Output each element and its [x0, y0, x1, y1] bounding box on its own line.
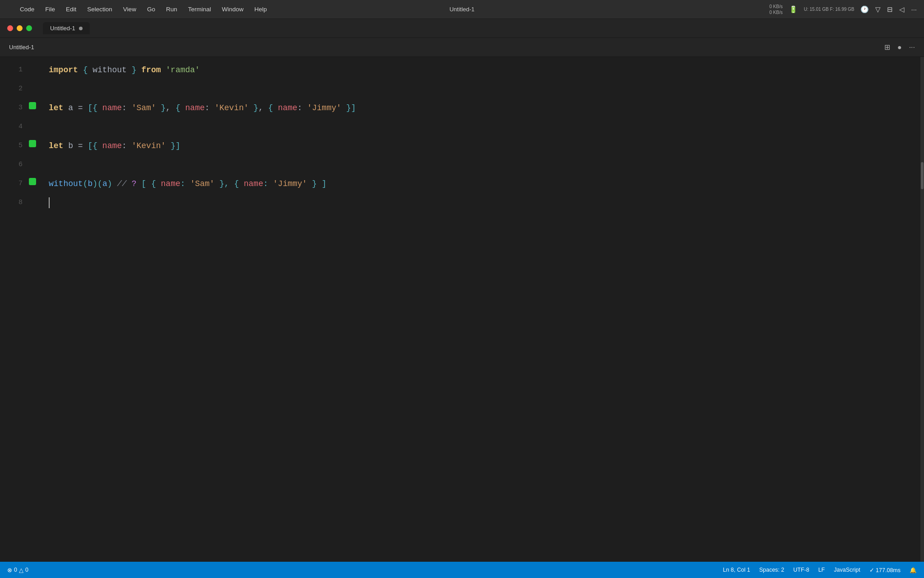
storage-stats: U: 15.01 GB F: 16.99 GB — [804, 6, 855, 12]
token-b-arg: b — [88, 174, 92, 193]
breakpoint-line-3[interactable] — [29, 102, 36, 109]
token-sam: 'Sam' — [132, 98, 156, 117]
token-question: ? — [132, 174, 137, 193]
token-arr-open-a: [ — [88, 98, 92, 117]
token-result-close1: }, — [214, 174, 234, 193]
token-colon-a3: : — [297, 98, 307, 117]
menu-edit[interactable]: Edit — [61, 5, 81, 14]
token-a-decl: a = — [63, 98, 88, 117]
token-obj-open-a3: { — [268, 98, 273, 117]
token-space3 — [136, 61, 141, 79]
editor-more-icon[interactable]: ··· — [909, 43, 915, 51]
token-result-close2: } ] — [307, 174, 327, 193]
code-line-5: let b = [ { name : 'Kevin' } ] — [49, 136, 915, 155]
notification-icon: ◁ — [899, 5, 905, 14]
token-obj-open-b1: { — [92, 136, 97, 155]
token-empty6 — [49, 155, 54, 174]
scrollbar-thumb[interactable] — [921, 162, 924, 189]
more-icon[interactable]: ··· — [911, 5, 917, 13]
token-obj-open-a1: { — [92, 98, 97, 117]
token-result-brace2: { — [234, 174, 244, 193]
token-space2: without — [88, 61, 131, 79]
code-line-3: let a = [ { name : 'Sam' } , { name : ' — [49, 98, 915, 117]
token-let-b: let — [49, 136, 63, 155]
clock-icon: 🕐 — [860, 5, 869, 14]
code-line-8 — [49, 193, 915, 212]
token-key-name-a3: name — [278, 98, 297, 117]
breakpoint-line-5[interactable] — [29, 140, 36, 147]
close-button[interactable] — [7, 25, 13, 31]
spaces-indicator[interactable]: Spaces: 2 — [759, 567, 785, 573]
menu-bar: Code File Edit Selection View Go Run Ter… — [15, 5, 769, 14]
menu-window[interactable]: Window — [217, 5, 248, 14]
editor-header-actions: ⊞ ● ··· — [884, 43, 915, 51]
notification-bell-icon[interactable]: 🔔 — [910, 567, 917, 573]
token-brace-close1: } — [132, 61, 137, 79]
titlebar: Code File Edit Selection View Go Run Ter… — [0, 0, 924, 19]
token-space-a4 — [249, 98, 254, 117]
token-space1 — [78, 61, 83, 79]
token-space-b2 — [166, 136, 171, 155]
token-from: from — [141, 61, 161, 79]
token-obj-close-a2: } — [254, 98, 259, 117]
token-arr-open-b: [ — [88, 136, 92, 155]
traffic-lights — [7, 25, 32, 31]
split-editor-icon[interactable]: ⊞ — [884, 43, 890, 51]
minimize-button[interactable] — [17, 25, 23, 31]
menu-help[interactable]: Help — [250, 5, 272, 14]
language-indicator[interactable]: JavaScript — [834, 567, 860, 573]
token-key-name-b1: name — [102, 136, 122, 155]
token-result-colon1: : — [180, 174, 190, 193]
token-space-a3 — [180, 98, 185, 117]
perf-indicator: ✓ 177.08ms — [869, 567, 901, 573]
titlebar-right: 0 KB/s 0 KB/s 🔋 U: 15.01 GB F: 16.99 GB … — [769, 4, 917, 15]
token-paren-open1: ( — [83, 174, 88, 193]
menu-terminal[interactable]: Terminal — [184, 5, 216, 14]
code-content[interactable]: import { without } from 'ramda' le — [40, 61, 924, 578]
token-key-name-a2: name — [185, 98, 205, 117]
menu-code[interactable]: Code — [15, 5, 39, 14]
token-comment-slashes: // — [117, 174, 131, 193]
line-numbers: 1 2 3 4 5 6 7 8 — [0, 61, 27, 578]
line-num-8: 8 — [9, 193, 23, 212]
token-a-arg: a — [102, 174, 107, 193]
wifi-icon: ▽ — [875, 5, 881, 14]
network-down: 0 KB/s — [769, 9, 782, 15]
token-space-a1 — [97, 98, 102, 117]
encoding-indicator[interactable]: UTF-8 — [793, 567, 809, 573]
tab-modified-dot — [79, 27, 83, 30]
editor-header: Untitled-1 ⊞ ● ··· — [0, 38, 924, 57]
token-colon-a1: : — [122, 98, 132, 117]
editor-body[interactable]: 1 2 3 4 5 6 7 8 import — [0, 57, 924, 578]
editor-tab[interactable]: Untitled-1 — [43, 22, 90, 34]
line-num-7: 7 — [9, 174, 23, 193]
token-obj-close-a3: } — [346, 98, 351, 117]
app-window: Code File Edit Selection View Go Run Ter… — [0, 0, 924, 578]
editor-dot-icon: ● — [897, 43, 902, 51]
token-result-brace1: { — [151, 174, 161, 193]
menu-selection[interactable]: Selection — [83, 5, 117, 14]
warning-number: 0 — [25, 567, 28, 573]
line-col-indicator[interactable]: Ln 8, Col 1 — [723, 567, 750, 573]
menu-go[interactable]: Go — [143, 5, 160, 14]
token-result-key1: name — [161, 174, 180, 193]
menu-view[interactable]: View — [119, 5, 141, 14]
menu-file[interactable]: File — [41, 5, 60, 14]
error-count[interactable]: ⊗ 0 △ 0 — [7, 567, 28, 573]
breakpoint-line-7[interactable] — [29, 178, 36, 185]
network-stats: 0 KB/s 0 KB/s — [769, 4, 782, 15]
token-result-jimmy: 'Jimmy' — [273, 174, 307, 193]
token-key-name-a1: name — [102, 98, 122, 117]
token-comma-a1: , — [166, 98, 176, 117]
code-line-7: without ( b ) ( a ) // ? [ { name : 'Sam… — [49, 174, 915, 193]
menu-run[interactable]: Run — [162, 5, 182, 14]
line-ending-indicator[interactable]: LF — [818, 567, 825, 573]
storage-used: U: 15.01 GB — [804, 7, 829, 12]
maximize-button[interactable] — [26, 25, 32, 31]
token-colon-a2: : — [205, 98, 215, 117]
status-bar-right: Ln 8, Col 1 Spaces: 2 UTF-8 LF JavaScrip… — [723, 567, 917, 573]
token-space-a5 — [273, 98, 278, 117]
token-space-a2 — [156, 98, 161, 117]
scrollbar[interactable] — [920, 57, 924, 578]
storage-free: F: 16.99 GB — [830, 7, 855, 12]
